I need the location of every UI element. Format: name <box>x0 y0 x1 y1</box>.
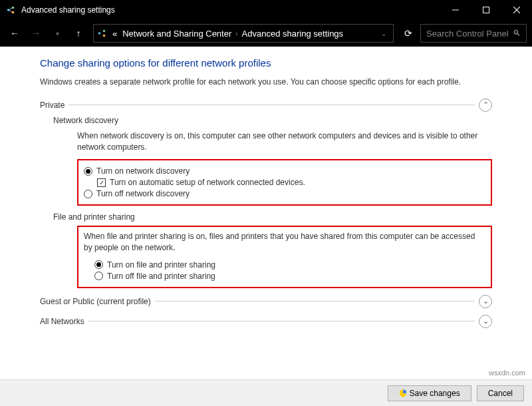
address-dropdown[interactable]: ⌄ <box>377 30 390 37</box>
radio-nd-off[interactable]: Turn off network discovery <box>84 189 485 198</box>
radio-icon <box>84 167 92 176</box>
chevron-down-icon[interactable]: ⌄ <box>479 315 492 328</box>
nd-desc: When network discovery is on, this compu… <box>77 130 492 153</box>
highlight-box-1: Turn on network discovery Turn on automa… <box>77 159 492 206</box>
highlight-box-2: When file and printer sharing is on, fil… <box>77 226 492 288</box>
group-guest[interactable]: Guest or Public (current profile) ⌄ <box>40 295 492 308</box>
window-title: Advanced sharing settings <box>21 5 440 15</box>
group-all[interactable]: All Networks ⌄ <box>40 315 492 328</box>
svg-point-9 <box>98 32 101 35</box>
content-area: Change sharing options for different net… <box>0 47 532 379</box>
radio-nd-on[interactable]: Turn on network discovery <box>84 166 485 176</box>
radio-icon <box>84 190 92 198</box>
app-icon <box>5 5 16 15</box>
radio-fp-on[interactable]: Turn on file and printer sharing <box>94 260 485 270</box>
address-bar[interactable]: « Network and Sharing Center › Advanced … <box>93 24 394 43</box>
cancel-button[interactable]: Cancel <box>477 385 524 401</box>
radio-icon <box>94 272 103 280</box>
minimize-button[interactable] <box>440 0 471 20</box>
svg-line-3 <box>9 8 12 11</box>
group-private[interactable]: Private ⌃ <box>40 99 492 112</box>
maximize-button[interactable] <box>471 0 501 20</box>
recent-dropdown[interactable]: ▾ <box>48 24 66 43</box>
page-heading: Change sharing options for different net… <box>40 57 492 69</box>
radio-icon <box>94 260 103 269</box>
nd-title: Network discovery <box>53 116 492 125</box>
breadcrumb-back[interactable]: « <box>110 29 120 39</box>
footer: Save changes Cancel <box>0 379 532 406</box>
page-intro: Windows creates a separate network profi… <box>40 77 492 88</box>
chevron-right-icon: › <box>234 30 239 37</box>
group-private-label: Private <box>40 101 68 110</box>
svg-point-11 <box>103 35 106 37</box>
svg-rect-6 <box>483 7 489 13</box>
search-icon: 🔍︎ <box>513 29 521 38</box>
chevron-down-icon[interactable]: ⌄ <box>479 295 492 308</box>
fp-title: File and printer sharing <box>53 212 492 222</box>
check-nd-auto[interactable]: Turn on automatic setup of network conne… <box>97 178 485 187</box>
checkbox-icon <box>97 178 106 187</box>
group-guest-label: Guest or Public (current profile) <box>40 297 155 306</box>
up-button[interactable]: ↑ <box>69 24 88 43</box>
group-all-label: All Networks <box>40 317 88 326</box>
save-button[interactable]: Save changes <box>388 385 471 401</box>
breadcrumb-current[interactable]: Advanced sharing settings <box>239 29 346 39</box>
shield-icon <box>399 389 407 397</box>
navbar: ← → ▾ ↑ « Network and Sharing Center › A… <box>0 20 532 47</box>
forward-button[interactable]: → <box>27 24 45 43</box>
refresh-button[interactable]: ⟳ <box>399 28 418 39</box>
radio-fp-off[interactable]: Turn off file and printer sharing <box>94 272 485 281</box>
search-input[interactable]: Search Control Panel 🔍︎ <box>420 24 527 43</box>
search-placeholder: Search Control Panel <box>426 29 509 39</box>
network-icon <box>96 28 107 39</box>
watermark: wsxdn.com <box>489 369 525 377</box>
back-button[interactable]: ← <box>5 24 24 43</box>
close-button[interactable] <box>501 0 532 20</box>
svg-point-10 <box>103 30 106 33</box>
titlebar: Advanced sharing settings <box>0 0 532 20</box>
chevron-up-icon[interactable]: ⌃ <box>479 99 492 112</box>
breadcrumb-parent[interactable]: Network and Sharing Center <box>120 29 234 39</box>
fp-desc: When file and printer sharing is on, fil… <box>84 231 485 254</box>
svg-line-4 <box>9 10 12 13</box>
